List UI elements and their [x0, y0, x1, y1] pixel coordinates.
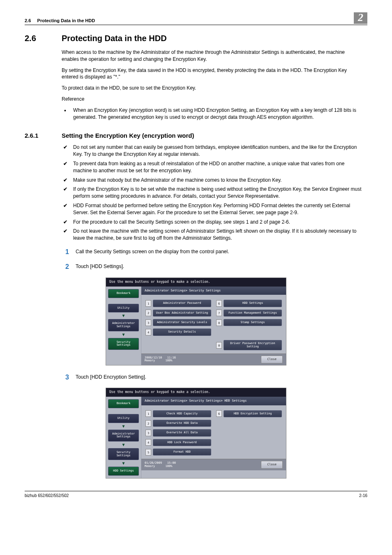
section-p2: By setting the Encryption Key, the data … — [62, 67, 363, 81]
step-text: Touch [HDD Encryption Setting]. — [76, 373, 363, 382]
breadcrumb: Administrator Settings> Security Setting… — [141, 287, 286, 295]
close-button[interactable]: Close — [261, 461, 283, 469]
step-text: Touch [HDD Settings]. — [76, 262, 363, 271]
menu-admin-security-levels[interactable]: 3Administrator Security Levels — [145, 319, 211, 326]
step-number: 1 — [62, 247, 69, 257]
step-number: 3 — [62, 373, 69, 382]
section-p3: To protect data in the HDD, be sure to s… — [62, 85, 363, 92]
footer-memory-label: Memory — [145, 359, 155, 362]
footer-memory-label: Memory — [145, 465, 155, 468]
sidebar-item-security-settings[interactable]: Security Settings — [108, 338, 139, 350]
subsection-body: Do not set any number that can easily be… — [62, 144, 363, 271]
reference-list: When an Encryption Key (encryption word)… — [62, 107, 363, 121]
menu-hdd-settings[interactable]: 6HDD Settings — [216, 300, 282, 307]
menu-format-hdd[interactable]: 5Format HDD — [145, 449, 211, 456]
screenshot-2: Use the menu buttons or keypad to make a… — [25, 388, 367, 479]
menu-hdd-lock-password[interactable]: 4HDD Lock Password — [145, 439, 211, 446]
sidebar-item-utility[interactable]: Utility — [108, 304, 139, 313]
panel-footer: 2008/12/10 11:16 Memory 100% Close — [141, 354, 286, 365]
step-number: 2 — [62, 262, 69, 271]
subsection-title: Setting the Encryption Key (encryption w… — [62, 131, 194, 140]
section-title: Protecting Data in the HDD — [62, 32, 167, 44]
panel-main: Administrator Settings> Security Setting… — [141, 397, 286, 478]
step-3: 3 Touch [HDD Encryption Setting]. — [62, 373, 363, 382]
page-footer: bizhub 652/602/552/502 2-16 — [25, 491, 367, 499]
close-button[interactable]: Close — [261, 356, 283, 363]
section-heading: 2.6 Protecting Data in the HDD — [25, 32, 367, 44]
menu-security-details[interactable]: 4Security Details — [145, 328, 211, 335]
header-section-ref: 2.6 Protecting Data in the HDD — [25, 18, 95, 24]
bookmark-button[interactable]: Bookmark — [108, 289, 139, 298]
check-item: If only the Encryption Key is to be set … — [62, 186, 363, 200]
menu-hdd-encryption-setting[interactable]: 6HDD Encryption Setting — [216, 410, 282, 417]
check-item: HDD Format should be performed before se… — [62, 202, 363, 216]
security-settings-panel: Use the menu buttons or keypad to make a… — [106, 278, 286, 365]
header-sec-num: 2.6 — [25, 18, 31, 23]
breadcrumb: Administrator Settings> Security Setting… — [141, 397, 286, 405]
menu-overwrite-hdd-data[interactable]: 2Overwrite HDD Data — [145, 420, 211, 427]
sidebar-item-admin-settings[interactable]: Administrator Settings — [108, 319, 139, 331]
menu-driver-password-encryption[interactable]: 0Driver Password Encryption Setting — [216, 340, 282, 350]
footer-memory: 100% — [166, 359, 173, 362]
chevron-down-icon: ▼ — [108, 443, 139, 446]
panel-footer: 01/28/2009 15:00 Memory 100% Close — [141, 459, 286, 470]
footer-memory: 100% — [166, 465, 173, 468]
reference-item: When an Encryption Key (encryption word)… — [62, 107, 363, 121]
subsection-heading: 2.6.1 Setting the Encryption Key (encryp… — [25, 131, 367, 140]
footer-model: bizhub 652/602/552/502 — [25, 493, 69, 499]
check-item: Do not set any number that can easily be… — [62, 144, 363, 158]
header-sec-label: Protecting Data in the HDD — [37, 18, 95, 23]
footer-page-number: 2-16 — [359, 493, 367, 499]
panel-hint: Use the menu buttons or keypad to make a… — [106, 388, 286, 397]
panel-hint: Use the menu buttons or keypad to make a… — [106, 278, 286, 287]
check-item: Make sure that nobody but the Administra… — [62, 177, 363, 184]
chevron-down-icon: ▼ — [108, 425, 139, 428]
panel-sidebar: Bookmark Utility ▼ Administrator Setting… — [106, 287, 141, 365]
sidebar-item-admin-settings[interactable]: Administrator Settings — [108, 430, 139, 442]
reference-label: Reference — [62, 96, 363, 103]
check-item: Do not leave the machine with the settin… — [62, 228, 363, 242]
check-item: To prevent data from leaking as a result… — [62, 160, 363, 174]
panel-main: Administrator Settings> Security Setting… — [141, 287, 286, 365]
menu-overwrite-all-data[interactable]: 3Overwrite All Data — [145, 429, 211, 436]
bookmark-button[interactable]: Bookmark — [108, 399, 139, 408]
section-number: 2.6 — [25, 32, 49, 44]
menu-user-box-admin[interactable]: 2User Box Administrator Setting — [145, 310, 211, 317]
chevron-down-icon: ▼ — [108, 462, 139, 465]
section-p1: When access to the machine by the Admini… — [62, 49, 363, 63]
chevron-down-icon: ▼ — [108, 333, 139, 336]
sidebar-item-hdd-settings[interactable]: HDD Settings — [108, 467, 139, 476]
page-header: 2.6 Protecting Data in the HDD 2 — [25, 12, 367, 25]
menu-admin-password[interactable]: 1Administrator Password — [145, 300, 211, 307]
check-list: Do not set any number that can easily be… — [62, 144, 363, 242]
step-text: Call the Security Settings screen on the… — [76, 247, 363, 257]
hdd-settings-panel: Use the menu buttons or keypad to make a… — [106, 388, 286, 479]
chevron-down-icon: ▼ — [108, 314, 139, 317]
check-item: For the procedure to call the Security S… — [62, 219, 363, 226]
menu-check-hdd-capacity[interactable]: 1Check HDD Capacity — [145, 410, 211, 417]
subsection-number: 2.6.1 — [25, 131, 49, 140]
step-2: 2 Touch [HDD Settings]. — [62, 262, 363, 271]
screenshot-1: Use the menu buttons or keypad to make a… — [25, 278, 367, 365]
panel-sidebar: Bookmark Utility ▼ Administrator Setting… — [106, 397, 141, 478]
sidebar-item-utility[interactable]: Utility — [108, 414, 139, 423]
menu-function-management[interactable]: 7Function Management Settings — [216, 310, 282, 317]
step-1: 1 Call the Security Settings screen on t… — [62, 247, 363, 257]
section-body: When access to the machine by the Admini… — [62, 49, 363, 120]
chapter-badge: 2 — [354, 12, 367, 24]
sidebar-item-security-settings[interactable]: Security Settings — [108, 448, 139, 460]
menu-stamp-settings[interactable]: 8Stamp Settings — [216, 319, 282, 326]
